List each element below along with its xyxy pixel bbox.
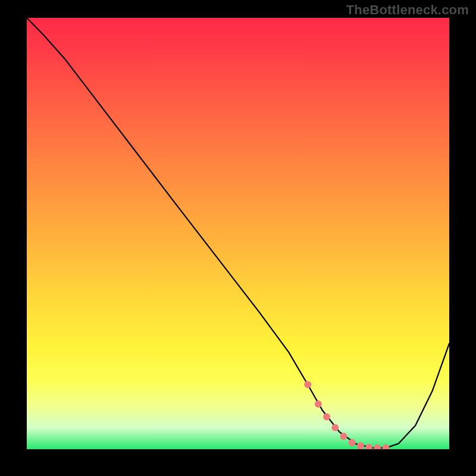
chart-svg [27, 18, 449, 449]
watermark-text: TheBottleneck.com [346, 2, 469, 18]
marker-dot [304, 381, 311, 388]
marker-dot [357, 442, 364, 449]
marker-dot [331, 424, 339, 431]
marker-dot [323, 414, 330, 421]
marker-dot [349, 439, 356, 446]
marker-group [304, 381, 389, 449]
marker-dot [383, 444, 390, 449]
marker-dot [374, 444, 381, 449]
curve-path [27, 18, 449, 448]
marker-dot [365, 444, 372, 449]
chart-container: TheBottleneck.com [0, 0, 476, 476]
marker-dot [340, 433, 347, 440]
marker-dot [315, 400, 322, 408]
plot-area [27, 18, 449, 449]
